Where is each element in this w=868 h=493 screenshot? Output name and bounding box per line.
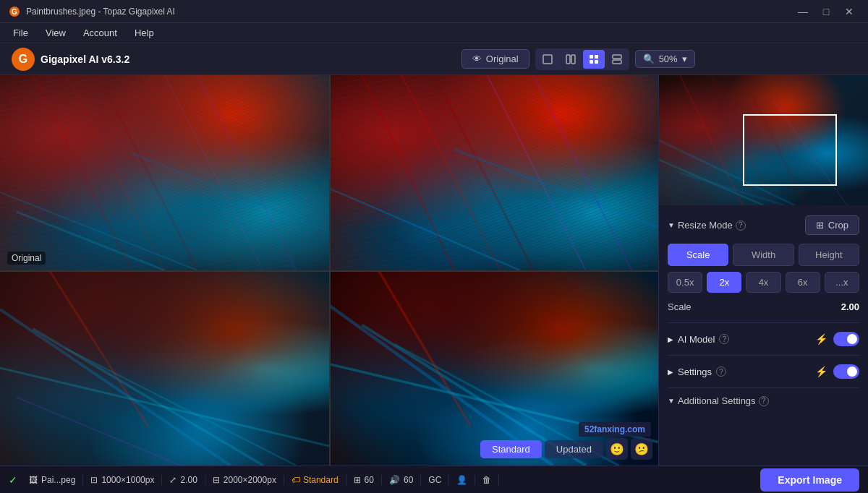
mult-custom-button[interactable]: ...x [825,272,859,293]
input-size-icon: ⊡ [90,475,98,485]
brush-image-tr [329,75,658,270]
main-content: Original [0,75,868,466]
ai-model-label: AI Model [678,334,715,345]
scale-value: 2.00 [841,301,859,312]
ai-model-chevron-icon: ▶ [668,335,673,343]
brand-name: Gigapixel AI v6.3.2 [41,53,129,65]
svg-line-12 [66,75,165,270]
file-icon: 🖼 [29,475,38,485]
original-label: Original [486,53,519,64]
height-tab[interactable]: Height [799,244,859,266]
svg-line-24 [454,150,658,228]
model-badge: 🏷 Standard [292,475,339,485]
quality-text: 60 [365,475,374,485]
minimize-button[interactable]: — [793,1,813,22]
status-input-size: ⊡ 1000×1000px [83,475,162,485]
watermark: 52fanxing.com [579,422,651,437]
settings-help-icon[interactable]: ? [716,366,726,377]
image-panel-bottom-right[interactable]: Standard Updated 🙂 😕 52fanxing.com [329,270,658,466]
status-gc: GC [421,475,449,485]
menu-help[interactable]: Help [127,25,161,40]
right-controls: ▼ Resize Mode ? ⊞ Crop Scale Width Heigh… [659,205,868,466]
scale-icon: ⤢ [169,475,176,485]
thumbnail-viewport[interactable] [743,114,837,186]
view-quad-button[interactable] [583,50,605,69]
resize-chevron-down-icon: ▼ [668,221,675,229]
scale-tab[interactable]: Scale [668,244,728,266]
zoom-chevron-icon: ▾ [682,53,687,64]
width-tab[interactable]: Width [733,244,793,266]
view-split-h-button[interactable] [606,50,628,69]
status-delete[interactable]: 🗑 [475,475,499,485]
gc-text: GC [428,475,441,485]
zoom-control[interactable]: 🔍 50% ▾ [635,50,695,68]
svg-rect-2 [543,55,552,64]
resize-mode-expand[interactable]: ▼ Resize Mode ? [668,220,746,231]
mult-05x-button[interactable]: 0.5x [668,272,702,293]
mult-6x-button[interactable]: 6x [786,272,820,293]
additional-settings-expand[interactable]: ▼ Additional Settings ? [668,395,769,406]
menu-account[interactable]: Account [76,25,124,40]
svg-rect-4 [571,55,575,64]
image-panel-top-left[interactable]: Original [0,75,329,270]
scale-label: Scale [668,301,692,312]
updated-tab[interactable]: Updated [545,440,603,458]
svg-line-19 [362,75,454,270]
title-bar-left: G Paintbrushes.jpeg - Topaz Gigapixel AI [9,6,175,17]
sad-emoji-button[interactable]: 😕 [631,438,652,460]
close-button[interactable]: ✕ [839,1,859,22]
menu-file[interactable]: File [6,25,35,40]
resize-mode-label: Resize Mode [678,220,733,231]
brush-image-bl [0,270,329,466]
divider-1 [668,322,859,323]
image-viewer[interactable]: Original [0,75,658,466]
additional-settings-row: ▼ Additional Settings ? [668,391,859,411]
status-output-size: ⊟ 2000×2000px [205,475,284,485]
settings-toggle[interactable] [833,364,859,379]
audio-text: 60 [404,475,413,485]
status-user-icon[interactable]: 👤 [449,475,475,485]
additional-settings-label: Additional Settings [678,395,756,406]
header-toolbar: G Gigapixel AI v6.3.2 👁 Original 🔍 50% [0,43,868,75]
status-model-badge: 🏷 Standard [284,475,346,485]
input-size-text: 1000×1000px [101,475,154,485]
delete-icon: 🗑 [482,475,491,485]
status-audio: 🔊 60 [382,475,421,485]
output-icon: ⊟ [213,475,220,485]
original-button[interactable]: 👁 Original [461,49,529,69]
status-quality: ⊞ 60 [346,475,382,485]
additional-settings-help-icon[interactable]: ? [759,396,769,406]
resize-mode-help-icon[interactable]: ? [736,220,746,231]
view-single-button[interactable] [537,50,558,69]
image-panel-bottom-left[interactable] [0,270,329,466]
mult-4x-button[interactable]: 4x [746,272,780,293]
crop-icon: ⊞ [816,220,824,231]
quality-icon: ⊞ [354,475,361,485]
ai-model-help-icon[interactable]: ? [719,334,729,344]
svg-rect-3 [566,55,570,64]
maximize-button[interactable]: □ [816,1,836,22]
zoom-label: 50% [659,53,678,64]
happy-emoji-button[interactable]: 🙂 [606,438,628,460]
view-split-v-button[interactable] [560,50,582,69]
standard-tab[interactable]: Standard [480,440,542,458]
window-title: Paintbrushes.jpeg - Topaz Gigapixel AI [26,7,175,17]
svg-rect-7 [590,60,593,64]
export-button[interactable]: Export Image [760,468,859,492]
crop-button[interactable]: ⊞ Crop [805,215,859,235]
status-scale: ⤢ 2.00 [162,475,205,485]
divider-2 [668,355,859,356]
model-badge-text: Standard [303,475,339,485]
view-mode-group [535,48,629,70]
thumbnail-area[interactable] [659,75,868,205]
original-panel-label: Original [7,252,46,265]
additional-settings-chevron-icon: ▼ [668,397,675,405]
title-bar: G Paintbrushes.jpeg - Topaz Gigapixel AI… [0,0,868,23]
menu-view[interactable]: View [38,25,73,40]
toolbar-center: 👁 Original 🔍 50% ▾ [461,48,695,70]
image-panel-top-right[interactable] [329,75,658,270]
horizontal-divider [0,270,658,272]
ai-model-toggle[interactable] [833,332,859,346]
mult-2x-button[interactable]: 2x [707,272,741,293]
svg-line-11 [33,75,132,270]
